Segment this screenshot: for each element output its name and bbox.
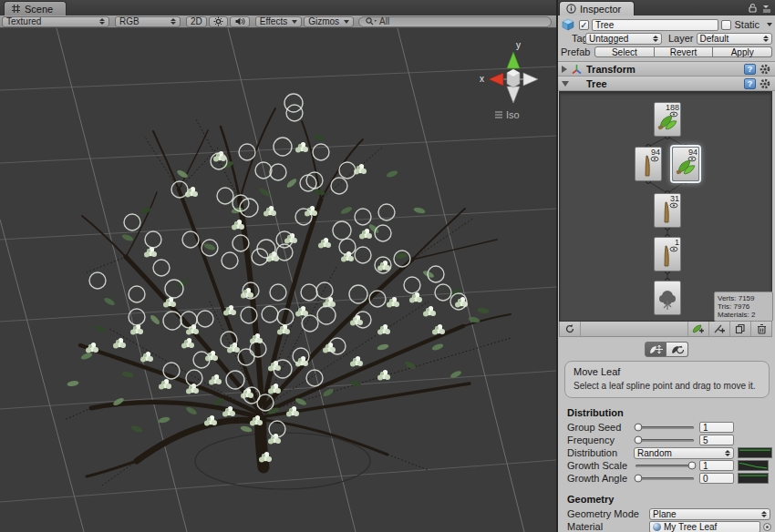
add-branch-icon	[713, 323, 726, 334]
gizmo-x-label: x	[480, 74, 484, 84]
render-channels-dropdown[interactable]: RGB	[115, 16, 181, 27]
tree-editor-toolbar	[559, 322, 772, 337]
distribution-mode-label: Distribution	[567, 447, 634, 458]
effects-dropdown[interactable]: Effects	[255, 16, 302, 27]
gameobject-cube-icon[interactable]	[561, 18, 576, 32]
context-menu-icon[interactable]	[762, 3, 771, 13]
prefab-revert-button[interactable]: Revert	[655, 46, 714, 57]
material-object-field[interactable]: My Tree Leaf	[649, 521, 760, 532]
help-icon[interactable]: ?	[744, 64, 756, 75]
distribution-section: Distribution Group Seed 1 Frequency 5 Di…	[558, 407, 775, 485]
branch-node-icon	[661, 244, 674, 268]
node-branch-group-94[interactable]: 94	[635, 147, 662, 181]
geometry-mode-value: Plane	[653, 509, 677, 519]
tag-dropdown[interactable]: Untagged	[585, 33, 662, 45]
2d-toggle-button[interactable]: 2D	[186, 16, 207, 27]
frequency-row: Frequency 5	[567, 434, 773, 446]
growth-scale-value-field[interactable]: 1	[699, 460, 734, 471]
gizmos-dropdown[interactable]: Gizmos	[304, 16, 354, 27]
frequency-slider[interactable]	[634, 435, 696, 445]
active-checkbox[interactable]: ✓	[579, 20, 589, 30]
material-sphere-icon	[653, 523, 661, 531]
inspector-tab-label: Inspector	[580, 4, 621, 15]
updown-icon	[99, 18, 105, 25]
node-tree-root[interactable]	[654, 281, 681, 315]
growth-scale-curve-field[interactable]	[738, 460, 769, 471]
object-picker-button[interactable]	[763, 523, 771, 531]
layer-dropdown[interactable]: Default	[697, 33, 772, 45]
transform-component-header[interactable]: Transform ?	[558, 62, 775, 77]
foldout-expanded-icon[interactable]	[562, 81, 569, 87]
static-dropdown-caret[interactable]	[767, 23, 772, 26]
gear-icon[interactable]	[760, 64, 771, 75]
scene-tab-label: Scene	[25, 4, 53, 15]
gear-icon[interactable]	[760, 78, 771, 89]
scene-search-input[interactable]: All	[358, 16, 552, 27]
material-row: Material My Tree Leaf	[567, 520, 773, 532]
growth-angle-value-field[interactable]: 0	[699, 473, 734, 484]
prefab-label: Prefab	[561, 46, 592, 57]
lock-icon[interactable]	[749, 3, 757, 13]
tree-component-header[interactable]: Tree ?	[558, 77, 775, 91]
material-label: Material	[567, 521, 649, 532]
move-leaf-icon	[648, 343, 663, 355]
gizmos-label: Gizmos	[308, 16, 339, 26]
caret-down-icon	[344, 20, 349, 24]
node-branch-group-31[interactable]: 31	[654, 193, 681, 228]
shading-mode-dropdown[interactable]: Textured	[2, 16, 109, 27]
tree-node-editor[interactable]: 188 94 94	[559, 91, 772, 322]
channels-value: RGB	[119, 16, 140, 26]
tab-inspector[interactable]: Inspector	[559, 1, 635, 15]
node-leaf-group-top[interactable]: 188	[654, 102, 681, 137]
duplicate-node-button[interactable]	[730, 322, 750, 336]
gameobject-name-field[interactable]: Tree	[592, 19, 718, 31]
prefab-apply-button[interactable]: Apply	[713, 46, 772, 57]
search-icon	[365, 16, 377, 26]
growth-angle-label: Growth Angle	[567, 473, 634, 484]
move-leaf-tool-button[interactable]	[645, 342, 666, 357]
node-leaf-group-selected[interactable]: 94	[672, 147, 699, 181]
effects-label: Effects	[260, 16, 287, 26]
add-branch-group-button[interactable]	[709, 322, 729, 336]
frequency-value-field[interactable]: 5	[699, 435, 734, 445]
static-checkbox[interactable]	[721, 20, 731, 30]
rotate-leaf-icon	[670, 343, 685, 355]
growth-angle-curve-field[interactable]	[738, 473, 769, 484]
tab-scene[interactable]: Scene	[4, 1, 67, 15]
growth-scale-row: Growth Scale 1	[567, 459, 773, 472]
delete-node-button[interactable]	[751, 322, 771, 336]
lighting-toggle-button[interactable]	[209, 16, 228, 27]
distribution-curve-field[interactable]	[738, 447, 772, 458]
add-leaf-icon	[692, 323, 705, 334]
rotate-leaf-tool-button[interactable]	[666, 342, 688, 357]
node-branch-group-1[interactable]: 1	[654, 237, 681, 271]
geometry-mode-label: Geometry Mode	[567, 508, 649, 519]
refresh-button[interactable]	[560, 322, 580, 336]
leaf-tool-toggle-group	[558, 342, 775, 357]
search-filter-value: All	[379, 16, 389, 26]
frequency-label: Frequency	[567, 435, 634, 445]
distribution-mode-value: Random	[637, 448, 672, 458]
prefab-select-button[interactable]: Select	[594, 46, 655, 57]
inspector-tabstrip: Inspector	[558, 0, 775, 15]
growth-angle-slider[interactable]	[634, 473, 696, 484]
audio-toggle-button[interactable]	[230, 16, 250, 27]
add-leaf-group-button[interactable]	[688, 322, 708, 336]
group-seed-value-field[interactable]: 1	[699, 422, 734, 433]
growth-scale-slider[interactable]	[634, 460, 696, 471]
layer-label: Layer	[668, 33, 694, 44]
help-icon[interactable]: ?	[744, 78, 756, 89]
verts-stat: Verts: 7159	[718, 294, 770, 302]
group-seed-slider[interactable]	[634, 422, 696, 433]
scene-tabstrip: Scene	[0, 0, 556, 15]
updown-icon	[170, 18, 176, 25]
tree-title: Tree	[586, 78, 740, 89]
geometry-mode-dropdown[interactable]: Plane	[649, 508, 770, 520]
distribution-mode-dropdown[interactable]: Random	[634, 447, 734, 459]
foldout-collapsed-icon[interactable]	[562, 66, 567, 73]
layer-value: Default	[700, 34, 729, 44]
growth-angle-row: Growth Angle 0	[567, 472, 773, 485]
refresh-icon	[564, 323, 575, 334]
scene-viewport[interactable]: y x Iso	[0, 28, 556, 532]
transform-icon	[571, 64, 583, 75]
